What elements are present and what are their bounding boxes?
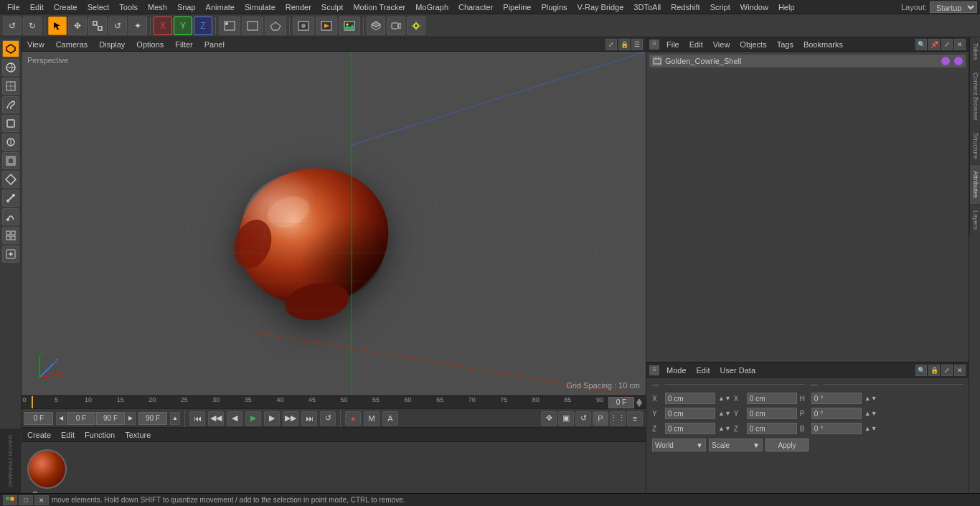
coord-x-arrow[interactable]: ▲▼ [718, 395, 731, 402]
sidebar-obj-mode[interactable] [2, 115, 19, 132]
object-color-tag[interactable] [941, 57, 950, 65]
viewport-menu-view[interactable]: View [24, 40, 47, 49]
viewport-menu-display[interactable]: Display [96, 40, 128, 49]
object-manager-content[interactable]: Golden_Cowrie_Shell [646, 52, 969, 362]
playback-end-frame[interactable] [96, 412, 125, 425]
coord-y-arrow[interactable]: ▲▼ [718, 410, 731, 417]
menu-redshift[interactable]: Redshift [666, 1, 704, 13]
axis-x-button[interactable]: X [154, 17, 172, 35]
menu-simulate[interactable]: Simulate [240, 1, 280, 13]
sidebar-spline-mode[interactable] [2, 171, 19, 188]
material-menu-texture[interactable]: Texture [122, 431, 154, 439]
attr-menu-userdata[interactable]: User Data [717, 366, 759, 375]
menu-window[interactable]: Window [736, 1, 773, 13]
viewport[interactable]: Perspective [22, 52, 646, 395]
menu-mesh[interactable]: Mesh [143, 1, 171, 13]
playback-total-frames[interactable] [138, 412, 167, 425]
sidebar-param-mode[interactable] [2, 152, 19, 169]
timeline-view-button[interactable]: ≡ [627, 411, 643, 426]
sidebar-sym-mode[interactable] [2, 133, 19, 151]
om-menu-edit[interactable]: Edit [687, 40, 706, 49]
scale-tool-button[interactable] [88, 17, 107, 35]
keyframe-sel-button[interactable]: ▣ [558, 411, 574, 426]
menu-sculpt[interactable]: Sculpt [317, 1, 348, 13]
status-icon-btn[interactable] [3, 495, 17, 505]
menu-3dtoall[interactable]: 3DToAll [629, 1, 665, 13]
layers-tab[interactable]: Layers [969, 205, 980, 236]
sidebar-snap-mode[interactable] [2, 208, 19, 225]
key-dots-button[interactable]: ⋮⋮ [610, 411, 626, 426]
status-close-btn[interactable]: ✕ [34, 495, 49, 505]
step-forward-button[interactable]: ▶ [264, 411, 280, 426]
keyframe-nav-button[interactable]: ↺ [575, 411, 591, 426]
goto-start-button[interactable]: ⏮ [189, 411, 205, 426]
edges-mode-button[interactable] [242, 17, 263, 35]
redo-button[interactable]: ↻ [23, 17, 42, 35]
menu-character[interactable]: Character [454, 1, 497, 13]
menu-plugins[interactable]: Plugins [537, 1, 571, 13]
attr-menu-mode[interactable]: Mode [664, 366, 689, 375]
camera-button[interactable] [387, 17, 405, 35]
viewport-menu-button[interactable]: ☰ [631, 39, 643, 50]
sidebar-uv-mode[interactable] [2, 78, 19, 95]
om-search-button[interactable]: 🔍 [915, 39, 927, 50]
loop-button[interactable]: ↺ [320, 411, 336, 426]
material-item[interactable]: Cypraea [27, 449, 67, 499]
timeline-current-frame-input[interactable] [608, 397, 634, 408]
points-mode-button[interactable] [219, 17, 240, 35]
playback-preview-start[interactable] [67, 412, 95, 425]
layout-dropdown[interactable]: Startup [930, 1, 977, 13]
apply-button[interactable]: Apply [765, 439, 809, 451]
attributes-tab[interactable]: Attributes [969, 165, 980, 205]
structure-tab[interactable]: Structure [969, 127, 980, 166]
menu-render[interactable]: Render [281, 1, 316, 13]
rotate-tool-button[interactable]: ↺ [108, 17, 127, 35]
move-tool-button[interactable]: ✥ [68, 17, 87, 35]
record-button[interactable]: ● [345, 411, 361, 426]
autokey-button[interactable]: A [382, 411, 398, 426]
coord-z-arrow[interactable]: ▲▼ [718, 425, 731, 432]
om-close-button[interactable]: ✕ [954, 39, 966, 50]
next-key-button[interactable]: ▶▶ [283, 411, 298, 426]
prev-key-button[interactable]: ◀◀ [208, 411, 224, 426]
menu-select[interactable]: Select [83, 1, 114, 13]
menu-create[interactable]: Create [50, 1, 82, 13]
menu-tools[interactable]: Tools [115, 1, 142, 13]
coord-x-size[interactable]: 0 cm [747, 393, 797, 404]
world-space-dropdown[interactable]: World ▼ [652, 439, 706, 451]
light-button[interactable] [407, 17, 425, 35]
total-frame-up[interactable]: ▲ [170, 412, 180, 425]
om-menu-bookmarks[interactable]: Bookmarks [801, 40, 846, 49]
transform-tool-button[interactable]: ✦ [128, 17, 147, 35]
coord-y-size[interactable]: 0 cm [747, 408, 797, 419]
select-tool-button[interactable] [48, 17, 67, 35]
object-material-tag[interactable] [954, 57, 963, 65]
material-menu-function[interactable]: Function [82, 431, 118, 439]
menu-mograph[interactable]: MoGraph [411, 1, 453, 13]
goto-end-button[interactable]: ⏭ [301, 411, 317, 426]
attr-expand-button[interactable]: ⤢ [941, 365, 953, 376]
attr-close-button[interactable]: ✕ [954, 365, 966, 376]
coord-p-val[interactable]: 0 ° [811, 408, 862, 419]
viewport-menu-options[interactable]: Options [133, 40, 166, 49]
playback-start-frame[interactable] [24, 412, 53, 425]
undo-button[interactable]: ↺ [3, 17, 22, 35]
keyframe-add-button[interactable]: ✥ [541, 411, 557, 426]
material-menu-edit[interactable]: Edit [58, 431, 77, 439]
timeline[interactable]: 0 5 10 15 20 25 30 35 40 45 50 55 60 65 … [22, 395, 646, 408]
om-menu-file[interactable]: File [664, 40, 682, 49]
om-menu-view[interactable]: View [710, 40, 733, 49]
motion-record-button[interactable]: M [364, 411, 380, 426]
coord-b-arrow[interactable]: ▲▼ [864, 425, 877, 432]
step-back-button[interactable]: ◀ [227, 411, 242, 426]
axis-z-button[interactable]: Z [194, 17, 212, 35]
menu-edit[interactable]: Edit [26, 1, 48, 13]
coord-x-pos[interactable]: 0 cm [665, 393, 715, 404]
object-row[interactable]: Golden_Cowrie_Shell [649, 55, 966, 67]
sidebar-sculpt-mode[interactable] [2, 96, 19, 113]
timeline-mode-button[interactable]: P [593, 411, 608, 426]
menu-animate[interactable]: Animate [202, 1, 239, 13]
material-thumbnail[interactable] [27, 449, 67, 489]
scale-mode-dropdown[interactable]: Scale ▼ [709, 439, 763, 451]
menu-pipeline[interactable]: Pipeline [499, 1, 535, 13]
